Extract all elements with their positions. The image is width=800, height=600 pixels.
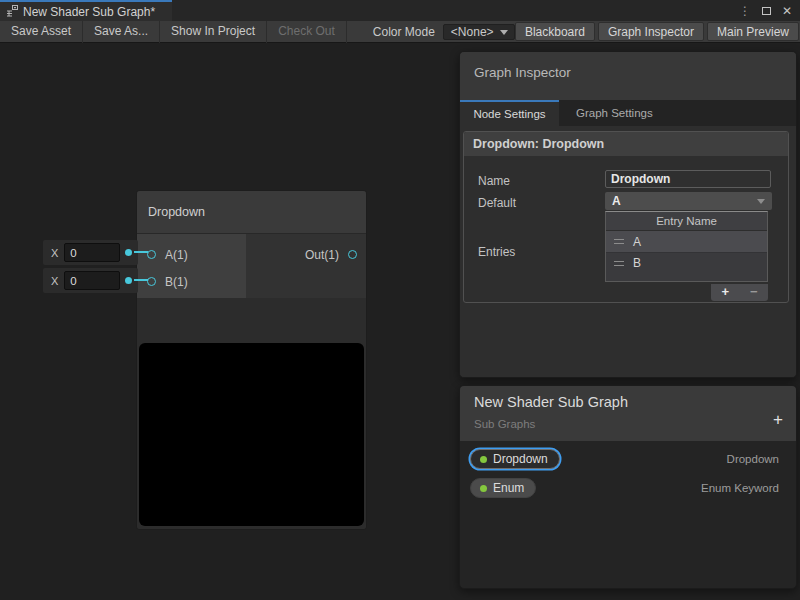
edge-a-wire xyxy=(134,251,148,253)
default-label: Default xyxy=(478,196,516,210)
inspector-tab-row: Node Settings Graph Settings xyxy=(460,100,796,126)
default-value: A xyxy=(612,194,621,208)
property-type-label: Enum Keyword xyxy=(701,482,779,494)
window-controls: ⋮ ✕ xyxy=(739,0,792,21)
add-property-button[interactable]: + xyxy=(773,411,783,428)
add-entry-button[interactable]: + xyxy=(711,284,740,301)
color-mode-label: Color Mode xyxy=(373,25,435,39)
input-a-value-widget: X xyxy=(43,240,138,265)
entry-name: B xyxy=(633,256,641,270)
port-connector-dot-icon[interactable] xyxy=(125,249,132,256)
dropdown-arrow-icon xyxy=(757,199,765,204)
entries-label: Entries xyxy=(478,245,515,259)
remove-entry-button[interactable]: − xyxy=(740,284,769,301)
port-connector-dot-icon[interactable] xyxy=(125,277,132,284)
entry-row[interactable]: A xyxy=(606,231,767,252)
blackboard-item-enum[interactable]: Enum xyxy=(470,478,536,498)
property-name: Dropdown xyxy=(493,452,548,466)
node-input-section xyxy=(137,234,246,298)
menu-icon[interactable]: ⋮ xyxy=(739,5,751,17)
blackboard-panel: New Shader Sub Graph Sub Graphs + Dropdo… xyxy=(459,385,797,589)
edge-b-wire xyxy=(134,279,148,281)
input-port-b-label: B(1) xyxy=(165,275,188,289)
output-port-label: Out(1) xyxy=(305,248,339,262)
blackboard-title: New Shader Sub Graph xyxy=(474,394,628,410)
toolbar: Save Asset Save As... Show In Project Ch… xyxy=(0,21,800,43)
node-output-section xyxy=(246,234,366,298)
property-name: Enum xyxy=(493,481,524,495)
property-type-label: Dropdown xyxy=(727,453,779,465)
tab-node-settings[interactable]: Node Settings xyxy=(460,100,559,126)
close-icon[interactable]: ✕ xyxy=(782,5,792,17)
input-b-value-field[interactable] xyxy=(64,271,120,290)
node-settings-content: Dropdown: Dropdown Name Default A Entrie… xyxy=(460,126,796,378)
graph-inspector-title: Graph Inspector xyxy=(474,65,571,80)
x-component-label: X xyxy=(51,247,58,259)
dropdown-settings-section: Dropdown: Dropdown Name Default A Entrie… xyxy=(463,131,789,303)
color-mode-value: <None> xyxy=(451,25,494,39)
drag-handle-icon[interactable] xyxy=(614,261,624,266)
node-title-bar[interactable]: Dropdown xyxy=(137,191,366,234)
graph-inspector-toggle-button[interactable]: Graph Inspector xyxy=(598,22,704,41)
input-port-a-icon[interactable] xyxy=(147,250,156,259)
entries-table: Entry Name A B xyxy=(605,211,768,282)
default-dropdown[interactable]: A xyxy=(605,192,772,210)
input-port-b-icon[interactable] xyxy=(147,277,156,286)
blackboard-item-dropdown[interactable]: Dropdown xyxy=(470,449,560,469)
entries-header: Entry Name xyxy=(606,212,767,231)
toolbar-toggles: Blackboard Graph Inspector Main Preview xyxy=(515,22,799,41)
input-a-value-field[interactable] xyxy=(64,243,120,262)
node-title: Dropdown xyxy=(148,205,205,219)
property-state-dot-icon xyxy=(480,485,487,492)
input-b-value-widget: X xyxy=(43,268,138,293)
color-mode-dropdown[interactable]: <None> xyxy=(443,24,515,40)
graph-inspector-panel: Graph Inspector Node Settings Graph Sett… xyxy=(459,51,797,378)
node-preview xyxy=(139,343,364,526)
output-port-icon[interactable] xyxy=(348,250,357,259)
blackboard-subtitle: Sub Graphs xyxy=(474,418,535,430)
entry-name: A xyxy=(633,235,641,249)
main-preview-toggle-button[interactable]: Main Preview xyxy=(707,22,799,41)
document-title: New Shader Sub Graph* xyxy=(23,5,155,19)
blackboard-header[interactable]: New Shader Sub Graph Sub Graphs + xyxy=(460,386,796,441)
check-out-button: Check Out xyxy=(267,21,347,43)
name-label: Name xyxy=(478,174,510,188)
section-title: Dropdown: Dropdown xyxy=(464,132,788,156)
property-state-dot-icon xyxy=(480,456,487,463)
window-title-strip: New Shader Sub Graph* ⋮ ✕ xyxy=(0,0,800,21)
entry-row[interactable]: B xyxy=(606,252,767,273)
show-in-project-button[interactable]: Show In Project xyxy=(160,21,267,43)
dropdown-arrow-icon xyxy=(500,30,508,35)
input-port-a-label: A(1) xyxy=(165,248,188,262)
blackboard-toggle-button[interactable]: Blackboard xyxy=(515,22,595,41)
entries-list-controls: + − xyxy=(711,284,768,301)
node-ports: A(1) B(1) Out(1) xyxy=(137,234,366,298)
blackboard-rows: Dropdown Dropdown Enum Enum Keyword xyxy=(460,441,796,589)
save-asset-button[interactable]: Save Asset xyxy=(0,21,83,43)
shader-graph-icon xyxy=(6,3,18,21)
drag-handle-icon[interactable] xyxy=(614,239,624,244)
name-field[interactable] xyxy=(605,170,771,188)
save-as-button[interactable]: Save As... xyxy=(83,21,160,43)
dropdown-node[interactable]: Dropdown A(1) B(1) Out(1) xyxy=(136,190,367,530)
maximize-icon[interactable] xyxy=(762,7,771,15)
x-component-label: X xyxy=(51,275,58,287)
tab-graph-settings[interactable]: Graph Settings xyxy=(559,100,670,126)
graph-inspector-header[interactable]: Graph Inspector xyxy=(460,52,796,100)
document-tab[interactable]: New Shader Sub Graph* xyxy=(0,0,172,21)
